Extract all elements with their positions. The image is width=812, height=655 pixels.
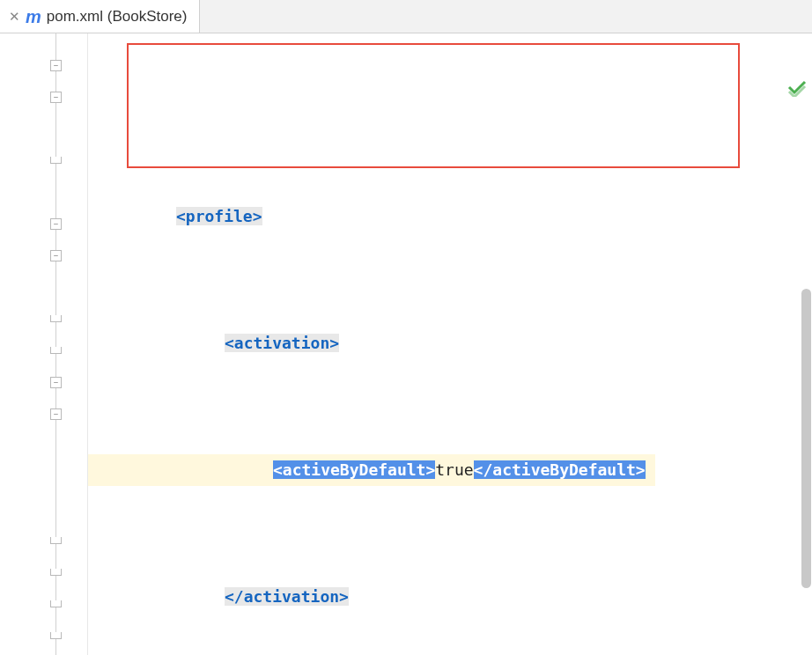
fold-toggle-icon[interactable]: − [50, 250, 62, 261]
fold-end-icon[interactable] [50, 537, 62, 544]
gutter[interactable]: − − − − − − [0, 33, 88, 655]
code-line[interactable]: <activation> [88, 328, 655, 359]
tab-label: pom.xml (BookStore) [47, 8, 188, 26]
maven-icon: m [26, 8, 41, 26]
inspection-ok-icon[interactable] [787, 77, 807, 101]
fold-end-icon[interactable] [50, 157, 62, 164]
scrollbar-thumb[interactable] [801, 289, 811, 588]
close-icon[interactable]: ✕ [9, 9, 20, 25]
code-line-current[interactable]: <activeByDefault>true</activeByDefault> [88, 454, 655, 486]
fold-toggle-icon[interactable]: − [50, 92, 62, 103]
fold-end-icon[interactable] [50, 632, 62, 639]
editor[interactable]: − − − − − − <profile> <activation> <acti… [0, 33, 812, 655]
code-area[interactable]: <profile> <activation> <activeByDefault>… [88, 33, 655, 655]
code-line[interactable]: <profile> [88, 201, 655, 232]
fold-toggle-icon[interactable]: − [50, 60, 62, 71]
fold-toggle-icon[interactable]: − [50, 377, 62, 388]
fold-end-icon[interactable] [50, 347, 62, 354]
fold-end-icon[interactable] [50, 569, 62, 576]
fold-toggle-icon[interactable]: − [50, 218, 62, 230]
highlight-box [127, 43, 740, 168]
code-line[interactable]: </activation> [88, 581, 655, 613]
fold-end-icon[interactable] [50, 600, 62, 607]
fold-end-icon[interactable] [50, 315, 62, 322]
editor-tab[interactable]: ✕ m pom.xml (BookStore) [0, 0, 200, 33]
tab-bar: ✕ m pom.xml (BookStore) [0, 0, 812, 33]
fold-toggle-icon[interactable]: − [50, 408, 62, 420]
